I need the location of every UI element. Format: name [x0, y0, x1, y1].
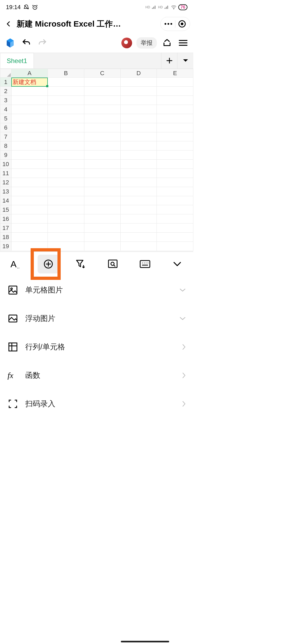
- row-header[interactable]: 11: [0, 169, 12, 178]
- row-header[interactable]: 7: [0, 132, 12, 141]
- cell[interactable]: [84, 78, 120, 87]
- cell[interactable]: [84, 205, 120, 214]
- cell[interactable]: [121, 178, 157, 187]
- cell[interactable]: [84, 123, 120, 132]
- cell[interactable]: [84, 96, 120, 105]
- menu-button[interactable]: [177, 37, 189, 49]
- cell[interactable]: [121, 196, 157, 205]
- more-button[interactable]: [163, 18, 174, 30]
- cell[interactable]: [84, 178, 120, 187]
- cell[interactable]: [11, 123, 48, 132]
- cell[interactable]: [84, 169, 120, 178]
- cell[interactable]: [84, 233, 120, 242]
- menu-item[interactable]: fx 函数: [0, 361, 193, 390]
- cell[interactable]: [121, 87, 157, 96]
- row-header[interactable]: 1: [0, 78, 12, 87]
- cell[interactable]: [48, 123, 84, 132]
- cell[interactable]: [11, 87, 48, 96]
- cell[interactable]: [157, 105, 193, 114]
- cell[interactable]: [48, 242, 84, 251]
- sheet-dropdown-button[interactable]: [177, 53, 193, 68]
- cell[interactable]: [121, 151, 157, 160]
- column-header[interactable]: D: [121, 69, 157, 78]
- menu-item[interactable]: 行列/单元格: [0, 333, 193, 361]
- cell[interactable]: [11, 242, 48, 251]
- cell[interactable]: [84, 224, 120, 233]
- cell[interactable]: [157, 178, 193, 187]
- cell[interactable]: [121, 214, 157, 224]
- cell[interactable]: [121, 233, 157, 242]
- cell[interactable]: [48, 224, 84, 233]
- cell[interactable]: [11, 96, 48, 105]
- cell[interactable]: [157, 214, 193, 224]
- report-button[interactable]: 举报: [136, 37, 157, 49]
- cell[interactable]: [48, 87, 84, 96]
- format-tab[interactable]: A..: [5, 255, 27, 273]
- cell[interactable]: [84, 151, 120, 160]
- cell[interactable]: [84, 141, 120, 151]
- add-sheet-button[interactable]: [161, 53, 177, 68]
- cell[interactable]: [48, 151, 84, 160]
- cell[interactable]: [84, 196, 120, 205]
- row-header[interactable]: 17: [0, 224, 12, 233]
- column-header[interactable]: A: [11, 69, 48, 78]
- row-header[interactable]: 6: [0, 123, 12, 132]
- cell[interactable]: [121, 224, 157, 233]
- cell[interactable]: [48, 96, 84, 105]
- menu-item[interactable]: 浮动图片: [0, 304, 193, 333]
- cell[interactable]: [157, 160, 193, 169]
- cell[interactable]: [157, 187, 193, 196]
- column-header[interactable]: C: [84, 69, 120, 78]
- app-logo-icon[interactable]: [4, 37, 16, 49]
- cell[interactable]: [157, 141, 193, 151]
- spreadsheet-grid[interactable]: ABCDE1新建文档2345678910111213141516171819: [0, 69, 193, 252]
- cell[interactable]: [84, 132, 120, 141]
- cell[interactable]: [121, 141, 157, 151]
- cell[interactable]: [11, 160, 48, 169]
- cell[interactable]: [157, 87, 193, 96]
- cell[interactable]: [48, 78, 84, 87]
- cell[interactable]: [121, 242, 157, 251]
- cell[interactable]: [11, 105, 48, 114]
- cell[interactable]: [157, 169, 193, 178]
- cell[interactable]: [48, 141, 84, 151]
- column-header[interactable]: B: [48, 69, 84, 78]
- keyboard-tab[interactable]: [134, 255, 156, 273]
- cell[interactable]: [48, 178, 84, 187]
- cell[interactable]: [11, 114, 48, 123]
- cell[interactable]: [157, 96, 193, 105]
- cell[interactable]: [11, 205, 48, 214]
- cell[interactable]: [121, 205, 157, 214]
- cell[interactable]: [48, 205, 84, 214]
- cell[interactable]: [121, 160, 157, 169]
- cell[interactable]: [11, 224, 48, 233]
- row-header[interactable]: 18: [0, 233, 12, 242]
- column-header[interactable]: E: [157, 69, 193, 78]
- cell[interactable]: [157, 78, 193, 87]
- cell[interactable]: [11, 141, 48, 151]
- row-header[interactable]: 15: [0, 205, 12, 214]
- sheet-tab-active[interactable]: Sheet1: [0, 53, 34, 68]
- cell[interactable]: [11, 169, 48, 178]
- cell[interactable]: [84, 114, 120, 123]
- cell[interactable]: [48, 160, 84, 169]
- row-header[interactable]: 14: [0, 196, 12, 205]
- row-header[interactable]: 4: [0, 105, 12, 114]
- user-avatar[interactable]: [121, 38, 132, 48]
- row-header[interactable]: 8: [0, 141, 12, 151]
- cell[interactable]: [121, 169, 157, 178]
- cell[interactable]: [121, 105, 157, 114]
- row-header[interactable]: 12: [0, 178, 12, 187]
- cell[interactable]: [11, 187, 48, 196]
- back-button[interactable]: [3, 19, 14, 29]
- cell[interactable]: [157, 205, 193, 214]
- cell[interactable]: [121, 114, 157, 123]
- cell[interactable]: [84, 160, 120, 169]
- cell[interactable]: [84, 214, 120, 224]
- cell[interactable]: [121, 132, 157, 141]
- redo-button[interactable]: [37, 37, 48, 49]
- cell[interactable]: 新建文档: [11, 78, 48, 87]
- cell[interactable]: [157, 242, 193, 251]
- menu-item[interactable]: 扫码录入: [0, 390, 193, 418]
- cell[interactable]: [48, 169, 84, 178]
